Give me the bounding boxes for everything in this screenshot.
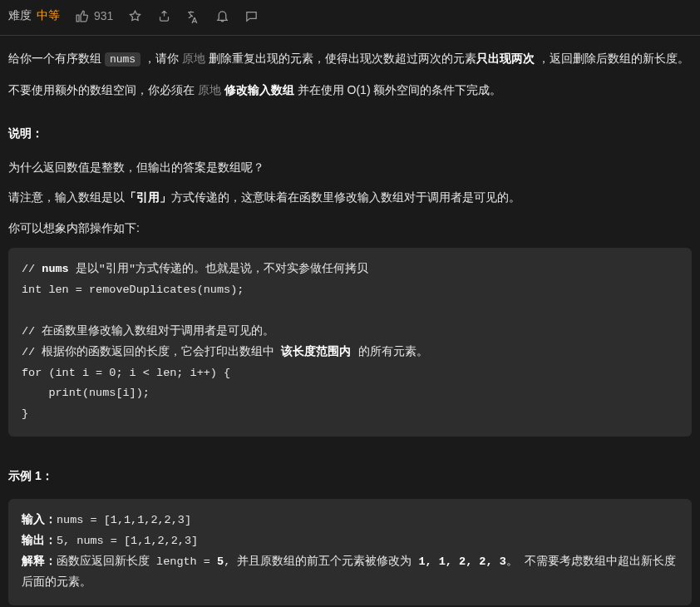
- problem-paragraph-2: 不要使用额外的数组空间，你必须在 原地 修改输入数组 并在使用 O(1) 额外空…: [8, 79, 692, 101]
- comment-icon: [244, 9, 259, 23]
- bell-icon: [215, 9, 229, 23]
- like-button[interactable]: 931: [75, 9, 113, 23]
- bold-only-twice: 只出现两次: [476, 52, 535, 65]
- gray-text-inplace-2: 原地: [198, 83, 224, 96]
- code-block-explain: // nums 是以"引用"方式传递的。也就是说，不对实参做任何拷贝 int l…: [8, 248, 692, 437]
- difficulty-value: 中等: [37, 8, 60, 23]
- problem-content: 给你一个有序数组 nums ，请你 原地 删除重复出现的元素，使得出现次数超过两…: [0, 36, 700, 607]
- bold-by-reference: 「引用」: [125, 190, 171, 204]
- translate-icon: [186, 9, 200, 23]
- share-icon: [157, 9, 171, 23]
- example-1-heading: 示例 1：: [8, 465, 692, 487]
- inline-code-nums: nums: [105, 52, 140, 67]
- output-label: 输出：: [22, 535, 57, 547]
- explain-label: 解释：: [22, 555, 57, 568]
- explain-q2: 请注意，输入数组是以「引用」方式传递的，这意味着在函数里修改输入数组对于调用者是…: [8, 186, 692, 209]
- thumbs-up-icon: [75, 9, 89, 23]
- star-icon: [128, 9, 142, 23]
- explain-q1: 为什么返回数值是整数，但输出的答案是数组呢？: [8, 156, 692, 179]
- bold-modify-input: 修改输入数组: [224, 83, 294, 96]
- code-block-example-1: 输入：nums = [1,1,1,2,2,3] 输出：5, nums = [1,…: [8, 499, 692, 605]
- problem-paragraph-1: 给你一个有序数组 nums ，请你 原地 删除重复出现的元素，使得出现次数超过两…: [8, 47, 692, 71]
- input-label: 输入：: [22, 514, 57, 526]
- feedback-button[interactable]: [244, 9, 259, 23]
- problem-toolbar: 难度 中等 931: [0, 0, 700, 36]
- explanation-heading: 说明：: [8, 122, 692, 145]
- difficulty-label: 难度: [8, 8, 32, 23]
- like-count: 931: [94, 9, 113, 22]
- notification-button[interactable]: [215, 9, 229, 23]
- explain-q3: 你可以想象内部操作如下:: [8, 217, 692, 239]
- gray-text-inplace-1: 原地: [182, 52, 205, 65]
- translate-button[interactable]: [186, 9, 200, 23]
- share-button[interactable]: [157, 9, 171, 23]
- favorite-button[interactable]: [128, 9, 142, 23]
